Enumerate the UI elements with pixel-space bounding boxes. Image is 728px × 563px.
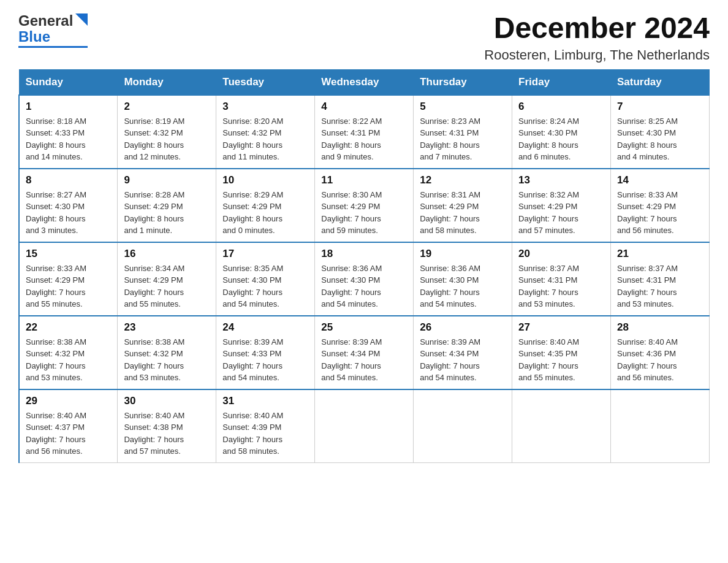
day-number: 11 [321, 174, 407, 186]
calendar-cell [315, 389, 414, 463]
calendar-cell: 10Sunrise: 8:29 AMSunset: 4:29 PMDayligh… [216, 169, 315, 242]
day-number: 8 [26, 174, 111, 186]
day-info: Sunrise: 8:22 AMSunset: 4:31 PMDaylight:… [321, 115, 407, 163]
weekday-header-friday: Friday [512, 69, 611, 95]
calendar-cell: 17Sunrise: 8:35 AMSunset: 4:30 PMDayligh… [216, 242, 315, 316]
calendar-cell: 1Sunrise: 8:18 AMSunset: 4:33 PMDaylight… [19, 95, 118, 169]
calendar-cell: 8Sunrise: 8:27 AMSunset: 4:30 PMDaylight… [19, 169, 118, 242]
day-info: Sunrise: 8:27 AMSunset: 4:30 PMDaylight:… [26, 189, 111, 237]
calendar-cell: 7Sunrise: 8:25 AMSunset: 4:30 PMDaylight… [611, 95, 710, 169]
day-info: Sunrise: 8:37 AMSunset: 4:31 PMDaylight:… [617, 262, 703, 310]
calendar-week-row: 1Sunrise: 8:18 AMSunset: 4:33 PMDaylight… [19, 95, 710, 169]
calendar-cell: 19Sunrise: 8:36 AMSunset: 4:30 PMDayligh… [414, 242, 512, 316]
day-number: 25 [321, 321, 407, 334]
weekday-header-row: SundayMondayTuesdayWednesdayThursdayFrid… [19, 69, 710, 95]
day-info: Sunrise: 8:34 AMSunset: 4:29 PMDaylight:… [124, 262, 210, 310]
day-number: 7 [617, 101, 703, 113]
location-title: Roosteren, Limburg, The Netherlands [484, 47, 710, 63]
calendar-cell: 31Sunrise: 8:40 AMSunset: 4:39 PMDayligh… [216, 389, 315, 463]
day-number: 9 [124, 174, 210, 186]
calendar-week-row: 8Sunrise: 8:27 AMSunset: 4:30 PMDaylight… [19, 169, 710, 242]
calendar-cell: 25Sunrise: 8:39 AMSunset: 4:34 PMDayligh… [315, 316, 414, 389]
calendar-cell: 2Sunrise: 8:19 AMSunset: 4:32 PMDaylight… [118, 95, 216, 169]
day-number: 6 [518, 101, 604, 113]
weekday-header-wednesday: Wednesday [315, 69, 414, 95]
day-info: Sunrise: 8:35 AMSunset: 4:30 PMDaylight:… [222, 262, 308, 310]
day-info: Sunrise: 8:29 AMSunset: 4:29 PMDaylight:… [222, 189, 308, 237]
svg-marker-0 [75, 13, 88, 26]
day-number: 23 [124, 321, 210, 334]
calendar-cell: 23Sunrise: 8:38 AMSunset: 4:32 PMDayligh… [118, 316, 216, 389]
day-number: 3 [222, 101, 308, 113]
day-info: Sunrise: 8:25 AMSunset: 4:30 PMDaylight:… [617, 115, 703, 163]
day-info: Sunrise: 8:37 AMSunset: 4:31 PMDaylight:… [518, 262, 604, 310]
day-info: Sunrise: 8:38 AMSunset: 4:32 PMDaylight:… [26, 336, 111, 384]
day-number: 1 [26, 101, 111, 113]
calendar-cell [414, 389, 512, 463]
weekday-header-saturday: Saturday [611, 69, 710, 95]
calendar-table: SundayMondayTuesdayWednesdayThursdayFrid… [18, 69, 710, 463]
calendar-cell: 21Sunrise: 8:37 AMSunset: 4:31 PMDayligh… [611, 242, 710, 316]
day-info: Sunrise: 8:36 AMSunset: 4:30 PMDaylight:… [420, 262, 506, 310]
calendar-cell [611, 389, 710, 463]
page-header: General Blue December 2024 Roosteren, Li… [18, 12, 710, 63]
day-info: Sunrise: 8:39 AMSunset: 4:33 PMDaylight:… [222, 336, 308, 384]
calendar-cell: 30Sunrise: 8:40 AMSunset: 4:38 PMDayligh… [118, 389, 216, 463]
logo-triangle-icon [75, 13, 88, 28]
day-number: 18 [321, 248, 407, 260]
day-info: Sunrise: 8:40 AMSunset: 4:37 PMDaylight:… [26, 410, 111, 458]
calendar-week-row: 22Sunrise: 8:38 AMSunset: 4:32 PMDayligh… [19, 316, 710, 389]
day-number: 27 [518, 321, 604, 334]
weekday-header-thursday: Thursday [414, 69, 512, 95]
calendar-cell: 20Sunrise: 8:37 AMSunset: 4:31 PMDayligh… [512, 242, 611, 316]
day-number: 12 [420, 174, 506, 186]
logo-underline [18, 46, 88, 48]
logo-blue-text: Blue [18, 28, 50, 45]
calendar-cell: 15Sunrise: 8:33 AMSunset: 4:29 PMDayligh… [19, 242, 118, 316]
day-number: 29 [26, 395, 111, 407]
logo: General Blue [18, 12, 88, 48]
day-number: 14 [617, 174, 703, 186]
day-info: Sunrise: 8:40 AMSunset: 4:38 PMDaylight:… [124, 410, 210, 458]
day-number: 16 [124, 248, 210, 260]
day-info: Sunrise: 8:33 AMSunset: 4:29 PMDaylight:… [617, 189, 703, 237]
calendar-cell: 18Sunrise: 8:36 AMSunset: 4:30 PMDayligh… [315, 242, 414, 316]
day-info: Sunrise: 8:24 AMSunset: 4:30 PMDaylight:… [518, 115, 604, 163]
day-number: 17 [222, 248, 308, 260]
day-number: 13 [518, 174, 604, 186]
day-info: Sunrise: 8:40 AMSunset: 4:35 PMDaylight:… [518, 336, 604, 384]
calendar-week-row: 29Sunrise: 8:40 AMSunset: 4:37 PMDayligh… [19, 389, 710, 463]
day-info: Sunrise: 8:23 AMSunset: 4:31 PMDaylight:… [420, 115, 506, 163]
logo-general-text: General [18, 12, 73, 29]
calendar-cell: 24Sunrise: 8:39 AMSunset: 4:33 PMDayligh… [216, 316, 315, 389]
day-info: Sunrise: 8:19 AMSunset: 4:32 PMDaylight:… [124, 115, 210, 163]
day-number: 4 [321, 101, 407, 113]
day-number: 15 [26, 248, 111, 260]
day-info: Sunrise: 8:39 AMSunset: 4:34 PMDaylight:… [420, 336, 506, 384]
weekday-header-tuesday: Tuesday [216, 69, 315, 95]
day-info: Sunrise: 8:28 AMSunset: 4:29 PMDaylight:… [124, 189, 210, 237]
calendar-cell: 29Sunrise: 8:40 AMSunset: 4:37 PMDayligh… [19, 389, 118, 463]
weekday-header-monday: Monday [118, 69, 216, 95]
day-info: Sunrise: 8:33 AMSunset: 4:29 PMDaylight:… [26, 262, 111, 310]
day-number: 24 [222, 321, 308, 334]
day-info: Sunrise: 8:20 AMSunset: 4:32 PMDaylight:… [222, 115, 308, 163]
day-number: 19 [420, 248, 506, 260]
day-info: Sunrise: 8:32 AMSunset: 4:29 PMDaylight:… [518, 189, 604, 237]
day-number: 31 [222, 395, 308, 407]
day-info: Sunrise: 8:38 AMSunset: 4:32 PMDaylight:… [124, 336, 210, 384]
day-info: Sunrise: 8:30 AMSunset: 4:29 PMDaylight:… [321, 189, 407, 237]
day-number: 21 [617, 248, 703, 260]
calendar-cell: 27Sunrise: 8:40 AMSunset: 4:35 PMDayligh… [512, 316, 611, 389]
title-section: December 2024 Roosteren, Limburg, The Ne… [484, 12, 710, 63]
calendar-cell: 28Sunrise: 8:40 AMSunset: 4:36 PMDayligh… [611, 316, 710, 389]
calendar-cell: 9Sunrise: 8:28 AMSunset: 4:29 PMDaylight… [118, 169, 216, 242]
day-number: 26 [420, 321, 506, 334]
calendar-cell: 14Sunrise: 8:33 AMSunset: 4:29 PMDayligh… [611, 169, 710, 242]
calendar-cell [512, 389, 611, 463]
calendar-cell: 22Sunrise: 8:38 AMSunset: 4:32 PMDayligh… [19, 316, 118, 389]
day-number: 28 [617, 321, 703, 334]
calendar-cell: 5Sunrise: 8:23 AMSunset: 4:31 PMDaylight… [414, 95, 512, 169]
calendar-cell: 11Sunrise: 8:30 AMSunset: 4:29 PMDayligh… [315, 169, 414, 242]
day-number: 10 [222, 174, 308, 186]
